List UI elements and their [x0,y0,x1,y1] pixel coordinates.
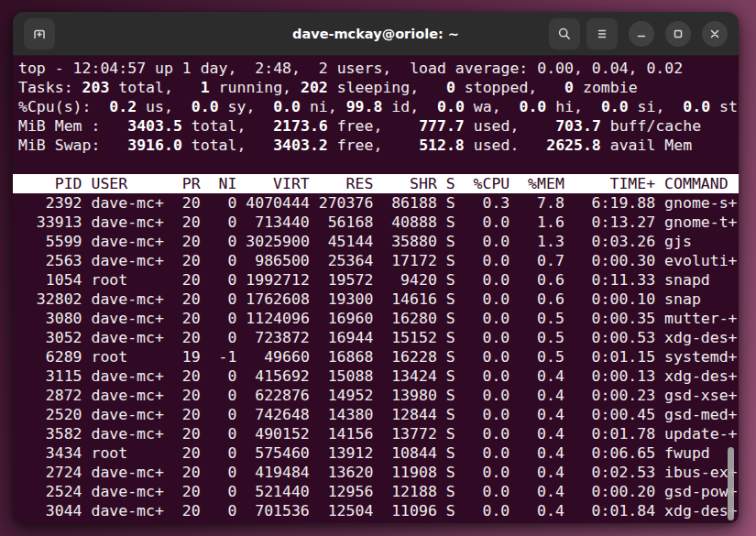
mem-cell: 0.4 [519,443,564,463]
close-button[interactable] [702,21,728,47]
res-cell: 12504 [319,501,374,520]
pid-cell: 2520 [18,405,82,424]
time-cell: 0:01.15 [574,347,655,366]
summary-segment: total, [182,137,273,154]
summary-segments: %Cpu(s): 0.2 us, 0.0 sy, 0.0 ni, 99.8 id… [18,98,738,115]
user-cell: dave-mc+ [91,213,163,232]
virt-cell: 723872 [246,328,310,347]
pid-cell: 3434 [18,443,82,463]
ni-cell: 0 [210,328,237,347]
pr-cell: 20 [173,386,201,405]
state-cell: S [446,251,455,270]
search-button[interactable] [549,18,580,49]
mem-cell: 7.8 [519,193,564,213]
minimize-button[interactable] [629,21,654,47]
summary-segment: si, [629,98,684,115]
summary-segments: Tasks: 203 total, 1 running, 202 sleepin… [18,79,638,96]
ni-cell: 0 [210,443,237,463]
summary-segment: total, [182,117,273,135]
mem-cell: 0.5 [519,328,564,347]
shr-cell: 86188 [382,193,437,213]
user-cell: dave-mc+ [91,232,163,251]
res-cell: 270376 [319,193,374,213]
summary-segment: 203 [82,79,110,96]
process-row: 1054 root 20 0 1992712 19572 9420 S 0.0 … [13,270,739,290]
time-cell: 0:13.27 [574,213,655,232]
ni-cell: 0 [210,232,237,251]
summary-segment: top - 12:04:57 up 1 day, 2:48, 2 users, … [18,60,683,77]
summary-segment: 0.0 [437,98,465,115]
virt-cell: 4070444 [246,193,310,213]
summary-segment: %Cpu(s): [18,98,109,115]
time-cell: 0:00.23 [574,386,655,405]
command-cell: mutter-+ [664,309,739,328]
titlebar-controls [542,18,728,49]
cpu-cell: 0.0 [465,366,510,386]
ni-cell: 0 [210,405,237,424]
summary-segment: ni, [301,98,346,115]
user-cell: dave-mc+ [91,309,163,328]
pid-cell: 1054 [18,270,82,290]
res-cell: 19300 [319,290,374,309]
summary-segment: used. [465,137,546,154]
process-row: 6289 root 19 -1 49660 16868 16228 S 0.0 … [13,347,739,366]
summary-segment: MiB Swap: [18,137,127,154]
cpu-cell: 0.0 [465,328,510,347]
command-cell: gjs [664,232,739,251]
pr-cell: 20 [173,193,201,213]
shr-cell: 13424 [382,366,437,386]
scrollbar-thumb[interactable] [728,447,734,520]
summary-segment: sleeping, [328,79,446,96]
cpu-cell: 0.0 [465,424,510,443]
res-cell: 14156 [319,424,374,443]
pr-cell: 20 [173,251,201,270]
shr-cell: 13980 [382,386,437,405]
maximize-button[interactable] [665,21,691,47]
terminal-content[interactable]: top - 12:04:57 up 1 day, 2:48, 2 users, … [13,56,739,523]
new-tab-icon [32,27,47,41]
virt-cell: 701536 [246,501,310,520]
mem-cell: 0.4 [519,386,564,405]
titlebar[interactable]: dave-mckay@oriole: ~ [13,12,739,56]
process-row: 3115 dave-mc+ 20 0 415692 15088 13424 S … [13,366,739,386]
cpu-cell: 0.0 [465,405,510,424]
shr-cell: 15152 [382,328,437,347]
shr-cell: 9420 [382,270,437,290]
summary-segment: sy, [219,98,274,115]
summary-segments: MiB Mem : 3403.5 total, 2173.6 free, 777… [18,117,701,135]
pr-cell: 20 [173,443,201,463]
res-cell: 16944 [319,328,374,347]
virt-cell: 742648 [246,405,310,424]
summary-segments: top - 12:04:57 up 1 day, 2:48, 2 users, … [18,60,683,77]
mem-cell: 0.4 [519,482,564,501]
cpu-cell: 0.0 [465,213,510,232]
command-cell: update-+ [664,424,739,443]
cpu-cell: 0.3 [465,193,510,213]
new-tab-button[interactable] [24,18,55,49]
command-cell: evoluti+ [664,251,739,270]
virt-cell: 986500 [246,251,310,270]
process-row: 32802 dave-mc+ 20 0 1762608 19300 14616 … [13,290,739,309]
virt-cell: 521440 [246,482,310,501]
summary-segment: 703.7 [555,117,601,135]
res-cell: 16868 [319,347,374,366]
ni-cell: 0 [210,463,237,482]
process-row: 3434 root 20 0 575460 13912 10844 S 0.0 … [13,443,739,463]
close-icon [708,27,721,40]
time-cell: 0:00.30 [574,251,655,270]
state-cell: S [446,424,455,443]
process-row: 2563 dave-mc+ 20 0 986500 25364 17172 S … [13,251,739,270]
pr-cell: 20 [173,405,201,424]
pid-cell: 3582 [18,424,82,443]
pid-cell: 2724 [18,463,82,482]
process-table: 2392 dave-mc+ 20 0 4070444 270376 86188 … [13,193,739,520]
time-cell: 0:02.53 [574,463,655,482]
mem-cell: 0.4 [519,405,564,424]
menu-button[interactable] [586,18,618,49]
column-header-cpu: %CPU [465,174,510,193]
cpu-cell: 0.0 [465,347,510,366]
time-cell: 0:00.20 [574,482,655,501]
column-header-mem: %MEM [519,174,564,193]
top-summary: top - 12:04:57 up 1 day, 2:48, 2 users, … [13,59,739,155]
pr-cell: 20 [173,290,201,309]
